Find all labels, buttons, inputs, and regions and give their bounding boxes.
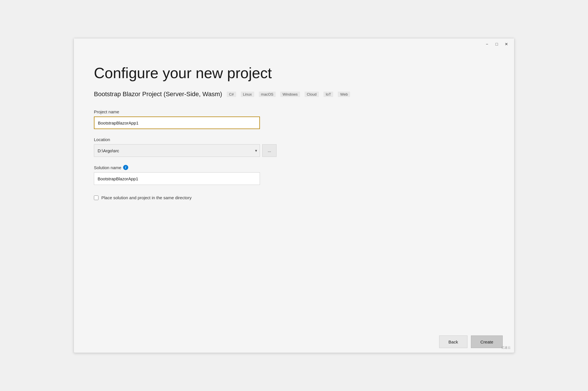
project-name-input[interactable] (94, 116, 260, 129)
page-title: Configure your new project (94, 64, 494, 82)
tag-csharp: C# (227, 92, 236, 97)
location-label: Location (94, 137, 494, 142)
tag-windows: Windows (280, 92, 300, 97)
main-content: Configure your new project Bootstrap Bla… (74, 50, 514, 331)
tag-web: Web (338, 92, 350, 97)
titlebar: − □ ✕ (74, 38, 514, 50)
solution-name-info-icon[interactable]: i (123, 165, 128, 170)
create-button[interactable]: Create (471, 335, 503, 348)
tag-iot: IoT (323, 92, 334, 97)
same-directory-row: Place solution and project in the same d… (94, 195, 494, 200)
watermark: 亿速云 (501, 345, 511, 350)
solution-name-input[interactable] (94, 172, 260, 185)
project-name-label: Project name (94, 109, 494, 114)
project-type-name: Bootstrap Blazor Project (Server-Side, W… (94, 90, 222, 98)
tag-cloud: Cloud (305, 92, 319, 97)
same-directory-checkbox[interactable] (94, 196, 98, 200)
location-group: Location D:\Argo\src ... (94, 137, 494, 157)
solution-name-label: Solution name i (94, 165, 494, 170)
close-button[interactable]: ✕ (502, 41, 511, 48)
location-select[interactable]: D:\Argo\src (94, 144, 260, 157)
form-section: Project name Location D:\Argo\src ... (94, 109, 494, 200)
browse-button[interactable]: ... (262, 144, 277, 157)
solution-name-group: Solution name i (94, 165, 494, 185)
footer: Back Create (74, 331, 514, 353)
project-name-wrapper (94, 116, 260, 129)
tag-macos: macOS (259, 92, 276, 97)
project-type-row: Bootstrap Blazor Project (Server-Side, W… (94, 90, 494, 98)
tag-linux: Linux (241, 92, 254, 97)
back-button[interactable]: Back (439, 335, 467, 348)
location-wrapper: D:\Argo\src (94, 144, 260, 157)
main-window: − □ ✕ Configure your new project Bootstr… (74, 38, 514, 353)
location-row: D:\Argo\src ... (94, 144, 494, 157)
same-directory-label[interactable]: Place solution and project in the same d… (101, 195, 192, 200)
minimize-button[interactable]: − (483, 41, 491, 48)
maximize-button[interactable]: □ (492, 41, 501, 48)
project-name-group: Project name (94, 109, 494, 129)
